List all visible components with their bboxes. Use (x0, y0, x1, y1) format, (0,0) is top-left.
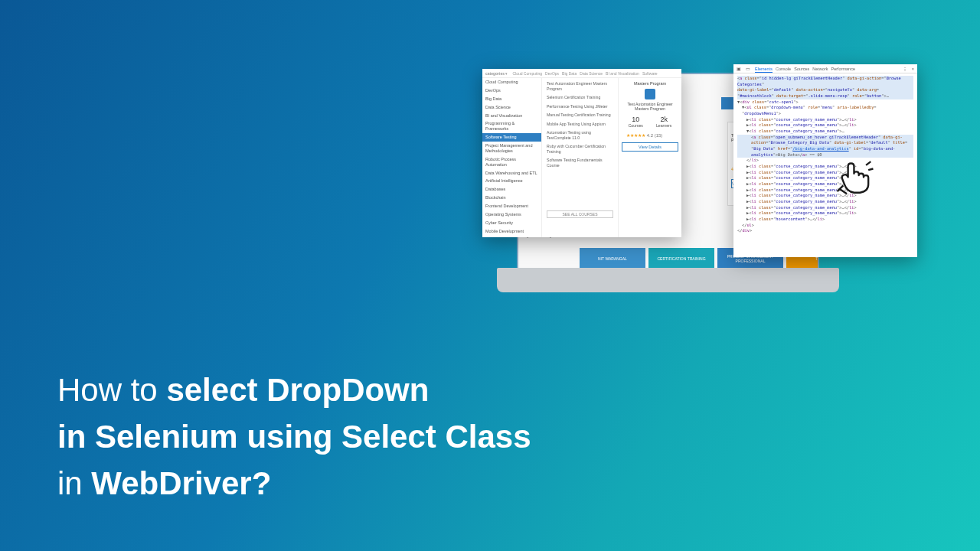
dom-li-node[interactable]: ▶<li class="course_category_name_menu">…… (737, 199, 913, 205)
devtools-dom-tree[interactable]: <a class="id hidden-lg giTrackElementHea… (733, 73, 917, 236)
devtools-tab[interactable]: Performance (831, 67, 855, 71)
category-list: Cloud ComputingDevOpsBig DataData Scienc… (482, 78, 542, 237)
devtools-tabs: ▣ ▭ ElementsConsoleSourcesNetworkPerform… (733, 64, 917, 73)
course-item[interactable]: Test Automation Engineer Masters Program (547, 81, 613, 91)
see-all-button[interactable]: SEE ALL COURSES (547, 210, 613, 218)
headline: How to select DropDown in Selenium using… (57, 367, 531, 507)
top-nav-item[interactable]: BI and Visualization (606, 71, 639, 76)
devtools-tab[interactable]: Sources (794, 67, 809, 71)
course-item[interactable]: Performance Testing Using JMeter (547, 104, 613, 109)
top-nav-item[interactable]: Big Data (562, 71, 577, 76)
course-item[interactable]: Ruby with Cucumber Certification Trainin… (547, 144, 613, 154)
stat-courses: 10 Courses (629, 116, 643, 128)
category-item[interactable]: Project Management and Methodologies (482, 142, 541, 155)
category-item[interactable]: Data Warehousing and ETL (482, 169, 541, 178)
program-title: Test Automation Engineer Masters Program (622, 102, 678, 111)
star-rating: ★★★★★ 4.2 (15) (622, 132, 678, 138)
top-nav: categories ▾ Cloud ComputingDevOpsBig Da… (482, 69, 681, 78)
category-item[interactable]: Data Science (482, 103, 541, 112)
masters-program-card: Masters Program Test Automation Engineer… (619, 78, 681, 237)
course-list: Test Automation Engineer Masters Program… (542, 78, 619, 237)
dom-li-node[interactable]: ▶<li class="course_category_name_menu">…… (737, 181, 913, 187)
program-label: Masters Program (622, 81, 678, 86)
categories-panel: categories ▾ Cloud ComputingDevOpsBig Da… (482, 69, 681, 237)
category-item[interactable]: Software Testing (482, 133, 541, 142)
category-item[interactable]: DevOps (482, 86, 541, 95)
category-item[interactable]: Robotic Process Automation (482, 155, 541, 169)
category-item[interactable]: Artificial Intelligence (482, 177, 541, 185)
headline-l3b: WebDriver? (91, 465, 271, 501)
categories-trigger[interactable]: categories ▾ (485, 71, 508, 76)
devtools-tab[interactable]: Console (776, 67, 791, 71)
category-item[interactable]: Operating Systems (482, 210, 541, 219)
category-item[interactable]: BI and Visualization (482, 112, 541, 120)
laptop-base (501, 276, 835, 285)
top-nav-item[interactable]: Data Science (580, 71, 603, 76)
course-item[interactable]: Automation Testing using TestComplete 11… (547, 130, 613, 140)
dom-li-node[interactable]: ▶<li class="course_category_name_menu">…… (737, 117, 913, 123)
top-nav-item[interactable]: DevOps (545, 71, 559, 76)
program-icon (645, 89, 655, 99)
headline-l3a: in (57, 465, 91, 501)
devtools-tab[interactable]: Elements (755, 67, 773, 73)
dom-li-node[interactable]: ▶<li class="course_category_name_menu">…… (737, 164, 913, 170)
dom-li-node[interactable]: ▶<li class="course_category_name_menu">…… (737, 187, 913, 194)
view-details-button[interactable]: View Details (622, 142, 678, 152)
dom-li-node[interactable]: ▶<li class="course_category_name_menu">…… (737, 210, 913, 217)
bg-badge: NIT WARANGAL (580, 248, 645, 269)
stat-learners: 2k Learners (656, 116, 671, 128)
devtools-close-icon[interactable]: × (912, 67, 914, 71)
dom-li-node[interactable]: ▶<li class="course_category_name_menu">…… (737, 193, 913, 199)
category-item[interactable]: Databases (482, 185, 541, 194)
top-nav-item[interactable]: Software (642, 71, 658, 76)
headline-l1a: How to (57, 372, 166, 408)
devtools-panel: ▣ ▭ ElementsConsoleSourcesNetworkPerform… (733, 64, 917, 257)
dom-li-node[interactable]: ▶<li class="course_category_name_menu">…… (737, 205, 913, 211)
dom-li-node[interactable]: ▶<li class="course_category_name_menu">…… (737, 170, 913, 176)
category-item[interactable]: Frontend Development (482, 202, 541, 210)
course-item[interactable]: Selenium Certification Training (547, 95, 613, 100)
devtools-menu-icon[interactable]: ⋮ (903, 67, 907, 71)
category-item[interactable]: Blockchain (482, 194, 541, 202)
category-item[interactable]: Mobile Development (482, 227, 541, 236)
category-item[interactable]: Cyber Security (482, 219, 541, 227)
category-item[interactable]: Architecture & Design Patterns (482, 236, 541, 238)
headline-l1b: select DropDown (166, 372, 429, 408)
category-item[interactable]: Programming & Frameworks (482, 119, 541, 133)
category-item[interactable]: Cloud Computing (482, 78, 541, 86)
bg-badge: CERTIFICATION TRAINING (648, 248, 714, 269)
course-item[interactable]: Mobile App Testing Using Appium (547, 122, 613, 127)
headline-l2: in Selenium using Select Class (57, 414, 531, 461)
course-item[interactable]: Manual Testing Certification Training (547, 112, 613, 118)
course-item[interactable]: Software Testing Fundamentals Course (547, 158, 613, 168)
device-icon[interactable]: ▭ (746, 67, 750, 71)
top-nav-item[interactable]: Cloud Computing (512, 71, 542, 76)
inspect-icon[interactable]: ▣ (737, 67, 741, 71)
dom-li-node[interactable]: ▶<li class="course_category_name_menu">…… (737, 175, 913, 181)
dom-li-node[interactable]: ▶<li class="course_category_name_menu">…… (737, 122, 913, 129)
devtools-tab[interactable]: Network (812, 67, 828, 71)
category-item[interactable]: Big Data (482, 95, 541, 103)
